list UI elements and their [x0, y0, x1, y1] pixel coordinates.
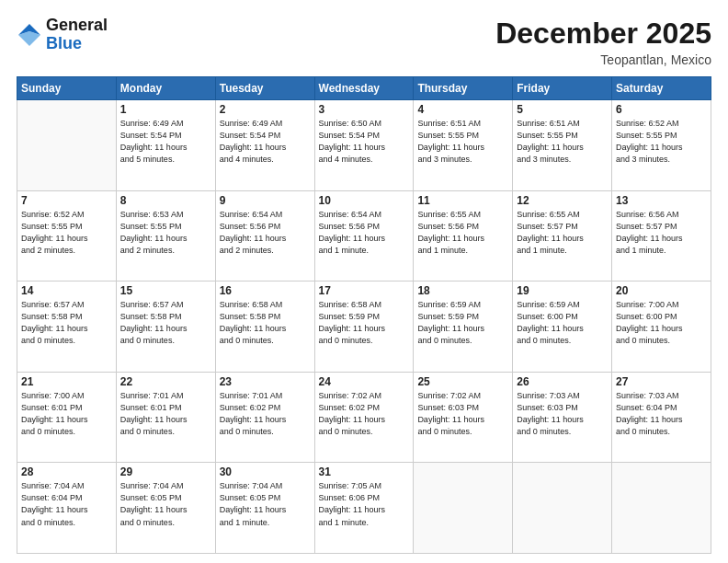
day-number: 10	[319, 194, 410, 207]
day-info: Sunrise: 6:56 AM Sunset: 5:57 PM Dayligh…	[616, 209, 707, 257]
day-number: 6	[616, 103, 707, 116]
day-info: Sunrise: 7:03 AM Sunset: 6:04 PM Dayligh…	[616, 390, 707, 438]
calendar-cell: 2Sunrise: 6:49 AM Sunset: 5:54 PM Daylig…	[215, 100, 314, 191]
calendar-cell: 22Sunrise: 7:01 AM Sunset: 6:01 PM Dayli…	[116, 372, 215, 463]
calendar-cell: 15Sunrise: 6:57 AM Sunset: 5:58 PM Dayli…	[116, 282, 215, 373]
day-number: 2	[220, 103, 311, 116]
header-sunday: Sunday	[17, 77, 117, 100]
day-number: 17	[319, 284, 410, 297]
day-number: 14	[21, 284, 112, 297]
header-thursday: Thursday	[414, 77, 513, 100]
day-number: 8	[120, 194, 211, 207]
calendar-cell: 11Sunrise: 6:55 AM Sunset: 5:56 PM Dayli…	[414, 190, 513, 282]
month-title: December 2025	[495, 17, 711, 51]
day-info: Sunrise: 7:04 AM Sunset: 6:05 PM Dayligh…	[120, 480, 211, 528]
calendar-cell: 27Sunrise: 7:03 AM Sunset: 6:04 PM Dayli…	[612, 372, 711, 463]
day-info: Sunrise: 7:00 AM Sunset: 6:01 PM Dayligh…	[21, 390, 112, 438]
day-number: 21	[21, 375, 112, 388]
calendar-cell: 24Sunrise: 7:02 AM Sunset: 6:02 PM Dayli…	[314, 372, 414, 463]
calendar-cell: 4Sunrise: 6:51 AM Sunset: 5:55 PM Daylig…	[414, 100, 513, 191]
calendar-cell: 10Sunrise: 6:54 AM Sunset: 5:56 PM Dayli…	[314, 190, 414, 282]
calendar-cell: 25Sunrise: 7:02 AM Sunset: 6:03 PM Dayli…	[414, 372, 513, 463]
day-info: Sunrise: 6:59 AM Sunset: 5:59 PM Dayligh…	[417, 299, 508, 347]
calendar-cell: 30Sunrise: 7:04 AM Sunset: 6:05 PM Dayli…	[215, 463, 314, 554]
day-info: Sunrise: 7:05 AM Sunset: 6:06 PM Dayligh…	[319, 480, 410, 528]
day-info: Sunrise: 6:51 AM Sunset: 5:55 PM Dayligh…	[417, 118, 508, 166]
day-number: 19	[517, 284, 608, 297]
day-number: 13	[616, 194, 707, 207]
calendar-cell: 17Sunrise: 6:58 AM Sunset: 5:59 PM Dayli…	[314, 282, 414, 373]
calendar-cell: 28Sunrise: 7:04 AM Sunset: 6:04 PM Dayli…	[17, 463, 117, 554]
day-number: 4	[417, 103, 508, 116]
logo-text: General Blue	[46, 17, 108, 53]
day-number: 5	[517, 103, 608, 116]
day-number: 20	[616, 284, 707, 297]
day-info: Sunrise: 6:59 AM Sunset: 6:00 PM Dayligh…	[517, 299, 608, 347]
calendar-cell: 23Sunrise: 7:01 AM Sunset: 6:02 PM Dayli…	[215, 372, 314, 463]
day-info: Sunrise: 6:55 AM Sunset: 5:57 PM Dayligh…	[517, 209, 608, 257]
day-info: Sunrise: 7:01 AM Sunset: 6:01 PM Dayligh…	[120, 390, 211, 438]
day-number: 3	[319, 103, 410, 116]
day-number: 11	[417, 194, 508, 207]
day-number: 31	[319, 465, 410, 478]
header-saturday: Saturday	[612, 77, 711, 100]
calendar-cell	[414, 463, 513, 554]
calendar-cell: 1Sunrise: 6:49 AM Sunset: 5:54 PM Daylig…	[116, 100, 215, 191]
day-number: 7	[21, 194, 112, 207]
day-number: 25	[417, 375, 508, 388]
logo-icon	[17, 22, 42, 48]
header-tuesday: Tuesday	[215, 77, 314, 100]
calendar-cell: 7Sunrise: 6:52 AM Sunset: 5:55 PM Daylig…	[17, 190, 117, 282]
day-number: 9	[220, 194, 311, 207]
day-info: Sunrise: 7:04 AM Sunset: 6:05 PM Dayligh…	[220, 480, 311, 528]
header-monday: Monday	[116, 77, 215, 100]
calendar-cell: 14Sunrise: 6:57 AM Sunset: 5:58 PM Dayli…	[17, 282, 117, 373]
weekday-header-row: Sunday Monday Tuesday Wednesday Thursday…	[17, 77, 711, 100]
day-number: 18	[417, 284, 508, 297]
calendar-cell: 19Sunrise: 6:59 AM Sunset: 6:00 PM Dayli…	[513, 282, 612, 373]
day-info: Sunrise: 6:50 AM Sunset: 5:54 PM Dayligh…	[319, 118, 410, 166]
day-info: Sunrise: 6:49 AM Sunset: 5:54 PM Dayligh…	[220, 118, 311, 166]
calendar-cell: 13Sunrise: 6:56 AM Sunset: 5:57 PM Dayli…	[612, 190, 711, 282]
day-info: Sunrise: 6:55 AM Sunset: 5:56 PM Dayligh…	[417, 209, 508, 257]
page: General Blue December 2025 Teopantlan, M…	[0, 0, 728, 563]
day-info: Sunrise: 6:51 AM Sunset: 5:55 PM Dayligh…	[517, 118, 608, 166]
day-info: Sunrise: 6:57 AM Sunset: 5:58 PM Dayligh…	[21, 299, 112, 347]
day-info: Sunrise: 6:52 AM Sunset: 5:55 PM Dayligh…	[21, 209, 112, 257]
calendar-cell	[612, 463, 711, 554]
calendar-week-1: 1Sunrise: 6:49 AM Sunset: 5:54 PM Daylig…	[17, 100, 711, 191]
day-number: 22	[120, 375, 211, 388]
day-info: Sunrise: 7:00 AM Sunset: 6:00 PM Dayligh…	[616, 299, 707, 347]
calendar-cell: 8Sunrise: 6:53 AM Sunset: 5:55 PM Daylig…	[116, 190, 215, 282]
header-wednesday: Wednesday	[314, 77, 414, 100]
calendar-cell: 6Sunrise: 6:52 AM Sunset: 5:55 PM Daylig…	[612, 100, 711, 191]
day-info: Sunrise: 6:57 AM Sunset: 5:58 PM Dayligh…	[120, 299, 211, 347]
calendar-cell: 9Sunrise: 6:54 AM Sunset: 5:56 PM Daylig…	[215, 190, 314, 282]
calendar-week-2: 7Sunrise: 6:52 AM Sunset: 5:55 PM Daylig…	[17, 190, 711, 282]
day-number: 28	[21, 465, 112, 478]
day-info: Sunrise: 6:54 AM Sunset: 5:56 PM Dayligh…	[319, 209, 410, 257]
day-info: Sunrise: 7:02 AM Sunset: 6:03 PM Dayligh…	[417, 390, 508, 438]
location: Teopantlan, Mexico	[495, 52, 711, 67]
calendar-week-4: 21Sunrise: 7:00 AM Sunset: 6:01 PM Dayli…	[17, 372, 711, 463]
calendar-cell	[513, 463, 612, 554]
day-info: Sunrise: 7:02 AM Sunset: 6:02 PM Dayligh…	[319, 390, 410, 438]
calendar-week-5: 28Sunrise: 7:04 AM Sunset: 6:04 PM Dayli…	[17, 463, 711, 554]
day-number: 29	[120, 465, 211, 478]
day-info: Sunrise: 6:58 AM Sunset: 5:58 PM Dayligh…	[220, 299, 311, 347]
calendar-cell: 3Sunrise: 6:50 AM Sunset: 5:54 PM Daylig…	[314, 100, 414, 191]
calendar-week-3: 14Sunrise: 6:57 AM Sunset: 5:58 PM Dayli…	[17, 282, 711, 373]
calendar-cell	[17, 100, 117, 191]
calendar-cell: 29Sunrise: 7:04 AM Sunset: 6:05 PM Dayli…	[116, 463, 215, 554]
calendar-cell: 5Sunrise: 6:51 AM Sunset: 5:55 PM Daylig…	[513, 100, 612, 191]
day-info: Sunrise: 7:01 AM Sunset: 6:02 PM Dayligh…	[220, 390, 311, 438]
day-info: Sunrise: 6:49 AM Sunset: 5:54 PM Dayligh…	[120, 118, 211, 166]
calendar-cell: 12Sunrise: 6:55 AM Sunset: 5:57 PM Dayli…	[513, 190, 612, 282]
calendar-cell: 20Sunrise: 7:00 AM Sunset: 6:00 PM Dayli…	[612, 282, 711, 373]
day-number: 23	[220, 375, 311, 388]
day-number: 26	[517, 375, 608, 388]
calendar-cell: 26Sunrise: 7:03 AM Sunset: 6:03 PM Dayli…	[513, 372, 612, 463]
day-info: Sunrise: 6:58 AM Sunset: 5:59 PM Dayligh…	[319, 299, 410, 347]
day-number: 27	[616, 375, 707, 388]
day-number: 30	[220, 465, 311, 478]
